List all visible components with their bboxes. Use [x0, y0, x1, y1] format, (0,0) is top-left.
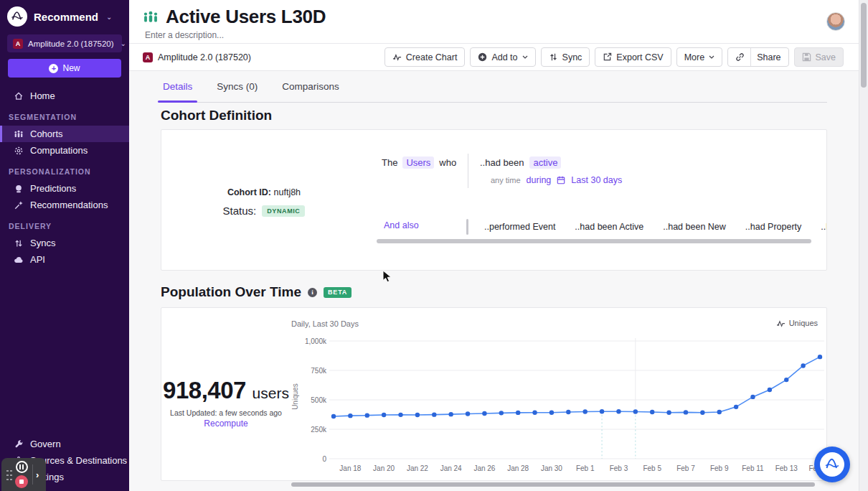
data-point-jan-30[interactable] [549, 411, 554, 415]
divider [466, 219, 468, 235]
sidebar-item-label: Syncs [30, 238, 55, 248]
drag-handle-icon[interactable] [6, 469, 13, 480]
data-point-feb-9[interactable] [717, 410, 722, 414]
screen-recorder-widget[interactable]: › [1, 458, 46, 491]
data-point-feb-12[interactable] [768, 388, 772, 392]
data-point-jan-24[interactable] [448, 412, 453, 416]
add-option-have-propensity[interactable]: ..have Propensity [821, 222, 827, 232]
avatar[interactable] [826, 12, 845, 31]
pause-icon[interactable] [16, 461, 28, 473]
info-icon[interactable]: i [308, 288, 317, 297]
x-tick-label: Feb 1 [570, 464, 601, 472]
create-chart-button[interactable]: Create Chart [385, 47, 466, 67]
data-point-feb-14[interactable] [801, 363, 805, 368]
data-point-jan-31[interactable] [566, 410, 570, 414]
sidebar-item-home[interactable]: Home [0, 88, 129, 104]
add-option-had-been-active[interactable]: ..had been Active [575, 222, 643, 232]
expand-chevron-icon[interactable]: › [36, 469, 39, 480]
data-point-jan-17[interactable] [331, 414, 336, 418]
data-point-jan-23[interactable] [432, 412, 436, 416]
data-point-feb-15[interactable] [818, 355, 822, 359]
tab-details[interactable]: Details [161, 71, 194, 102]
data-point-feb-5[interactable] [650, 410, 654, 414]
state-select[interactable]: active [529, 156, 561, 169]
data-point-feb-11[interactable] [750, 395, 755, 399]
and-also-button[interactable]: And also [384, 220, 419, 230]
share-button[interactable]: Share [727, 47, 788, 67]
data-point-jan-27[interactable] [499, 411, 504, 415]
sidebar-item-label: Computations [30, 145, 88, 156]
data-point-jan-20[interactable] [382, 413, 386, 417]
sidebar-item-govern[interactable]: Govern [0, 436, 129, 452]
tab-syncs-0[interactable]: Syncs (0) [214, 71, 260, 102]
data-point-jan-26[interactable] [482, 411, 486, 416]
data-point-jan-22[interactable] [415, 413, 420, 417]
workspace-switcher[interactable]: Recommend ⌄ [0, 0, 129, 29]
export-csv-button[interactable]: Export CSV [595, 47, 671, 67]
cohort-status: Status: DYNAMIC [161, 205, 367, 217]
plus-circle-icon [478, 52, 487, 62]
data-point-feb-8[interactable] [700, 411, 704, 415]
sidebar-item-label: Cohorts [30, 128, 63, 139]
data-point-feb-2[interactable] [600, 409, 604, 413]
population-heading-row: Population Over Time i BETA [161, 284, 352, 300]
sync-button[interactable]: Sync [541, 47, 590, 67]
data-point-jan-18[interactable] [348, 413, 352, 418]
tab-comparisons[interactable]: Comparisons [280, 71, 341, 102]
stop-record-icon[interactable] [15, 475, 28, 488]
add-option-had-been-new[interactable]: ..had been New [663, 222, 726, 232]
x-tick-label: Jan 22 [402, 464, 433, 472]
recompute-link[interactable]: Recompute [204, 418, 247, 429]
org-badge: A [13, 39, 23, 49]
add-option-had-property[interactable]: ..had Property [745, 222, 802, 232]
data-point-jan-25[interactable] [466, 411, 470, 416]
legend-label: Uniques [789, 319, 818, 327]
data-point-jan-29[interactable] [532, 411, 537, 415]
new-button[interactable]: + New [8, 59, 121, 78]
during-select[interactable]: during [527, 175, 552, 185]
main-area: Active Users L30D A Amplitude 2.0 (18752… [129, 0, 868, 491]
sidebar-item-recommendations[interactable]: Recommendations [0, 197, 129, 213]
sidebar-item-api[interactable]: API [0, 251, 129, 268]
data-point-feb-7[interactable] [684, 410, 688, 414]
vertical-scrollbar[interactable] [861, 3, 867, 88]
x-tick-label: Jan 28 [502, 464, 534, 472]
x-tick-label: Jan 30 [536, 464, 567, 472]
definition-time-row: any time during Last 30 days [491, 175, 622, 185]
sidebar-section-personalization: PERSONALIZATION [0, 159, 129, 180]
breadcrumb: A Amplitude 2.0 (187520) [143, 52, 251, 62]
amplitude-logo-icon [7, 6, 27, 27]
sidebar-item-computations[interactable]: Computations [0, 142, 129, 159]
data-point-feb-3[interactable] [616, 409, 621, 413]
amplitude-logo-icon [820, 452, 844, 477]
data-point-jan-28[interactable] [516, 411, 520, 415]
link-icon [735, 52, 745, 62]
sidebar-item-predictions[interactable]: Predictions [0, 180, 129, 197]
data-point-feb-4[interactable] [633, 409, 638, 413]
population-summary: 918,407 users Last Updated: a few second… [161, 308, 291, 480]
data-point-jan-19[interactable] [365, 413, 369, 417]
more-button[interactable]: More [676, 47, 722, 67]
subject-select[interactable]: Users [402, 156, 434, 169]
date-range-select[interactable]: Last 30 days [571, 175, 622, 185]
amplitude-assistant-button[interactable] [814, 446, 850, 482]
data-point-feb-6[interactable] [666, 411, 671, 415]
org-selector[interactable]: A Amplitude 2.0 (187520) ⌄ [7, 34, 122, 52]
horizontal-scrollbar[interactable] [377, 239, 811, 243]
y-tick-label: 750k [269, 367, 326, 375]
add-to-button[interactable]: Add to [470, 47, 535, 67]
horizontal-scrollbar[interactable] [291, 482, 815, 487]
data-point-feb-1[interactable] [582, 409, 587, 413]
data-point-feb-10[interactable] [734, 405, 738, 409]
sidebar-item-syncs[interactable]: Syncs [0, 235, 129, 251]
add-option-performed-event[interactable]: ..performed Event [484, 222, 555, 232]
cohort-id: Cohort ID: nuftj8h [161, 187, 367, 197]
save-icon [802, 52, 811, 62]
data-point-jan-21[interactable] [398, 413, 402, 417]
description-input[interactable] [145, 30, 374, 40]
line-chart[interactable] [329, 338, 824, 464]
chart-legend[interactable]: Uniques [776, 319, 818, 327]
y-tick-label: 250k [269, 426, 326, 434]
sidebar-item-cohorts[interactable]: Cohorts [0, 126, 129, 142]
data-point-feb-13[interactable] [784, 378, 788, 382]
